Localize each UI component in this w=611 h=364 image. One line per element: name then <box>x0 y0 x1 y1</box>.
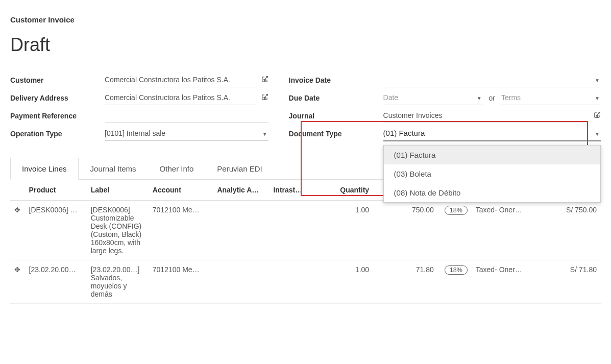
cell-taxed[interactable]: Taxed- Oner… <box>472 260 545 304</box>
row-document-type: Document Type ▼ (01) Factura (03) Boleta… <box>289 125 601 142</box>
journal-input[interactable] <box>383 108 589 123</box>
cell-tax-badge[interactable]: 18% <box>438 260 472 304</box>
label-due-date: Due Date <box>289 94 383 102</box>
tab-peruvian-edi[interactable]: Peruvian EDI <box>205 158 274 179</box>
cell-account[interactable]: 7012100 Me… <box>149 260 213 304</box>
cell-subtotal: S/ 71.80 <box>545 260 601 304</box>
delivery-address-input[interactable] <box>105 90 256 105</box>
external-link-icon[interactable] <box>594 111 601 120</box>
th-quantity: Quantity <box>311 180 373 201</box>
form-col-right: Invoice Date ▼ Due Date ▼ or ▼ Journa <box>289 71 601 142</box>
tab-journal-items[interactable]: Journal Items <box>79 158 148 179</box>
dropdown-option[interactable]: (03) Boleta <box>384 164 600 183</box>
row-due-date: Due Date ▼ or ▼ <box>289 89 601 107</box>
row-payment-reference: Payment Reference <box>10 107 268 125</box>
or-text: or <box>489 94 495 102</box>
label-invoice-date: Invoice Date <box>289 76 383 84</box>
payment-reference-input[interactable] <box>105 108 268 123</box>
cell-product[interactable]: [DESK0006] … <box>25 201 87 260</box>
cell-label[interactable]: [DESK0006] Customizable Desk (CONFIG) (C… <box>87 201 149 260</box>
terms-input[interactable] <box>501 90 601 105</box>
th-label: Label <box>87 180 149 201</box>
tab-invoice-lines[interactable]: Invoice Lines <box>10 158 79 180</box>
breadcrumb: Customer Invoice <box>10 15 601 24</box>
dropdown-option[interactable]: (08) Nota de Débito <box>384 183 600 202</box>
table-row[interactable]: ✥ [DESK0006] … [DESK0006] Customizable D… <box>10 201 601 260</box>
due-date-input[interactable] <box>383 90 483 105</box>
page-title: Draft <box>10 34 601 56</box>
cell-tax-badge[interactable]: 18% <box>438 201 472 260</box>
dropdown-option[interactable]: (01) Factura <box>384 145 600 164</box>
cell-label[interactable]: [23.02.20.00…] Salvados, moyuelos y demá… <box>87 260 149 304</box>
drag-handle-icon[interactable]: ✥ <box>10 260 25 304</box>
cell-taxed[interactable]: Taxed- Oner… <box>472 201 545 260</box>
cell-price[interactable]: 71.80 <box>373 260 438 304</box>
row-operation-type: Operation Type ▼ <box>10 125 268 142</box>
cell-intrastat[interactable] <box>269 260 311 304</box>
tab-other-info[interactable]: Other Info <box>148 158 206 179</box>
form-grid: Customer ▼ Delivery Address ▼ Payment Re… <box>10 71 601 142</box>
document-type-input[interactable] <box>383 126 601 141</box>
tax-badge: 18% <box>445 265 468 275</box>
label-document-type: Document Type <box>289 130 383 138</box>
invoice-date-input[interactable] <box>383 72 601 87</box>
external-link-icon[interactable] <box>261 76 268 84</box>
cell-subtotal: S/ 750.00 <box>545 201 601 260</box>
table-row[interactable]: ✥ [23.02.20.00… [23.02.20.00…] Salvados,… <box>10 260 601 304</box>
cell-account[interactable]: 7012100 Me… <box>149 201 213 260</box>
cell-analytic[interactable] <box>213 260 269 304</box>
th-intrastat: Intrast… <box>269 180 311 201</box>
th-product: Product <box>25 180 87 201</box>
row-invoice-date: Invoice Date ▼ <box>289 71 601 89</box>
label-operation-type: Operation Type <box>10 130 105 138</box>
external-link-icon[interactable] <box>261 93 268 102</box>
label-delivery-address: Delivery Address <box>10 94 105 102</box>
label-customer: Customer <box>10 76 105 84</box>
tax-badge: 18% <box>445 206 468 215</box>
operation-type-input[interactable] <box>105 126 268 141</box>
cell-analytic[interactable] <box>213 201 269 260</box>
label-journal: Journal <box>289 112 383 120</box>
drag-handle-icon[interactable]: ✥ <box>10 201 25 260</box>
cell-quantity[interactable]: 1.00 <box>311 260 373 304</box>
row-customer: Customer ▼ <box>10 71 268 89</box>
customer-input[interactable] <box>105 72 256 87</box>
cell-product[interactable]: [23.02.20.00… <box>25 260 87 304</box>
cell-intrastat[interactable] <box>269 201 311 260</box>
document-type-dropdown: (01) Factura (03) Boleta (08) Nota de Dé… <box>383 145 601 203</box>
label-payment-reference: Payment Reference <box>10 112 105 120</box>
th-account: Account <box>149 180 213 201</box>
cell-price[interactable]: 750.00 <box>373 201 438 260</box>
form-col-left: Customer ▼ Delivery Address ▼ Payment Re… <box>10 71 268 142</box>
row-delivery-address: Delivery Address ▼ <box>10 89 268 107</box>
row-journal: Journal ▼ <box>289 107 601 125</box>
cell-quantity[interactable]: 1.00 <box>311 201 373 260</box>
th-analytic: Analytic A… <box>213 180 269 201</box>
